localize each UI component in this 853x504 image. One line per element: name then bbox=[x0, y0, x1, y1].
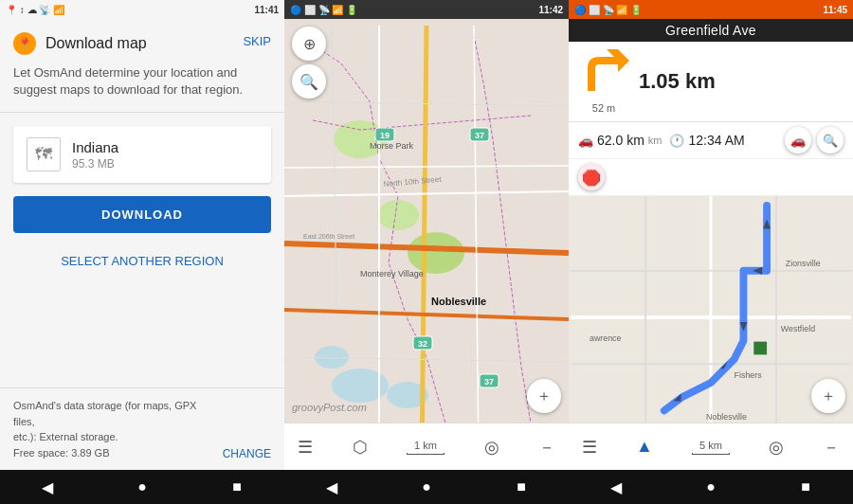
route-map: Zionsville Westfield Fishers Noblesville… bbox=[569, 196, 853, 439]
route-svg: Zionsville Westfield Fishers Noblesville… bbox=[569, 196, 853, 439]
panel-navigation: Greenfield Ave 52 m 1.05 km 🚗 62.0 km km… bbox=[569, 19, 853, 470]
back-button-2[interactable]: ◀ bbox=[313, 478, 351, 496]
svg-text:Morse Park: Morse Park bbox=[370, 141, 414, 151]
map-bottom-bar: ☰ ⬡ 1 km ◎ － bbox=[284, 423, 569, 470]
svg-text:32: 32 bbox=[418, 339, 427, 349]
recent-button[interactable]: ■ bbox=[218, 478, 256, 495]
scale-indicator: 1 km bbox=[407, 440, 445, 455]
zoom-in-button[interactable]: ＋ bbox=[527, 379, 561, 413]
nav-gps-icon[interactable]: ◎ bbox=[769, 437, 784, 458]
svg-point-5 bbox=[377, 200, 419, 230]
android-nav-right: ◀ ● ■ bbox=[569, 470, 853, 504]
location-pin-icon: 📍 bbox=[17, 37, 32, 51]
watermark: groovyPost.com bbox=[292, 402, 367, 413]
svg-point-2 bbox=[315, 346, 349, 369]
change-button[interactable]: CHANGE bbox=[223, 447, 271, 460]
compass-button[interactable]: ⊕ bbox=[292, 27, 326, 61]
back-button[interactable]: ◀ bbox=[28, 478, 66, 496]
panel-map: 19 37 32 37 Morse Park Monterey Village … bbox=[284, 19, 569, 470]
nav-stop-button[interactable]: 🛑 bbox=[578, 164, 605, 190]
map-overlay-buttons: ⊕ 🔍 bbox=[292, 27, 326, 99]
svg-point-6 bbox=[408, 232, 464, 274]
svg-text:awrence: awrence bbox=[590, 333, 622, 343]
nav-action-icons: 🚗 🔍 bbox=[785, 127, 844, 153]
svg-text:37: 37 bbox=[475, 131, 484, 140]
home-button-2[interactable]: ● bbox=[408, 478, 445, 495]
status-right-time: 11:45 bbox=[823, 5, 847, 15]
nav-zoom-in-button[interactable]: ＋ bbox=[811, 379, 845, 413]
nav-menu-icon[interactable]: ☰ bbox=[582, 437, 597, 458]
zoom-out-button[interactable]: － bbox=[538, 436, 555, 459]
eta-value: 12:34 AM bbox=[688, 133, 744, 148]
main-panels: 📍 Download map SKIP Let OsmAnd determine… bbox=[0, 19, 853, 470]
download-description: Let OsmAnd determine your location and s… bbox=[0, 55, 284, 112]
scale-line bbox=[407, 453, 445, 455]
road-distance-stat: 🚗 62.0 km km bbox=[578, 133, 662, 148]
nav-extra-bar: 🛑 bbox=[569, 159, 853, 196]
map-file-icon: 🗺 bbox=[27, 137, 61, 171]
panel-download: 📍 Download map SKIP Let OsmAnd determine… bbox=[0, 19, 284, 470]
download-title-row: 📍 Download map bbox=[13, 32, 147, 55]
nav-info-bar: 🚗 62.0 km km 🕐 12:34 AM 🚗 🔍 bbox=[569, 122, 853, 159]
nav-street-name: Greenfield Ave bbox=[569, 19, 853, 42]
home-button-3[interactable]: ● bbox=[692, 478, 730, 495]
menu-icon[interactable]: ☰ bbox=[298, 437, 313, 458]
nav-scale-indicator: 5 km bbox=[692, 440, 730, 455]
road-dist-value: 62.0 km bbox=[597, 133, 644, 148]
divider-top bbox=[0, 112, 284, 113]
map-right-buttons: ＋ bbox=[527, 379, 561, 413]
download-footer: OsmAnd's data storage (for maps, GPX fil… bbox=[0, 387, 284, 470]
nav-search-btn[interactable]: 🔍 bbox=[817, 127, 844, 153]
home-button[interactable]: ● bbox=[123, 478, 161, 495]
turn-arrow-icon bbox=[578, 49, 629, 100]
svg-text:Westfield: Westfield bbox=[781, 324, 815, 333]
svg-text:Zionsville: Zionsville bbox=[786, 259, 821, 268]
status-left: 📍 ↕ ☁ 📡 📶 11:41 bbox=[0, 0, 284, 19]
status-left-time: 11:41 bbox=[254, 5, 279, 15]
nav-direction-panel: 52 m 1.05 km bbox=[569, 42, 853, 122]
android-nav-left: ◀ ● ■ bbox=[0, 470, 284, 504]
map-info: Indiana 95.3 MB bbox=[72, 139, 118, 171]
clock-icon: 🕐 bbox=[669, 134, 684, 148]
status-right-icons: 🔵 ⬜ 📡 📶 🔋 bbox=[574, 5, 642, 15]
nav-bottom-bar: ☰ ▲ 5 km ◎ － bbox=[569, 423, 853, 470]
status-bar: 📍 ↕ ☁ 📡 📶 11:41 🔵 ⬜ 📡 📶 🔋 11:42 🔵 ⬜ 📡 📶 … bbox=[0, 0, 853, 19]
status-middle: 🔵 ⬜ 📡 📶 🔋 11:42 bbox=[284, 0, 569, 19]
status-middle-icons: 🔵 ⬜ 📡 📶 🔋 bbox=[290, 5, 357, 15]
status-right: 🔵 ⬜ 📡 📶 🔋 11:45 bbox=[569, 0, 853, 19]
svg-text:37: 37 bbox=[484, 377, 494, 387]
svg-text:Noblesville: Noblesville bbox=[431, 296, 486, 307]
map-size: 95.3 MB bbox=[72, 157, 118, 171]
android-nav-bar: ◀ ● ■ ◀ ● ■ ◀ ● ■ bbox=[0, 470, 853, 504]
svg-text:East 206th Street: East 206th Street bbox=[303, 233, 354, 240]
svg-rect-42 bbox=[753, 342, 767, 355]
svg-text:Noblesville: Noblesville bbox=[706, 412, 747, 422]
nav-distance-block: 1.05 km bbox=[639, 69, 716, 94]
storage-text: OsmAnd's data storage (for maps, GPX fil… bbox=[13, 398, 213, 460]
android-nav-middle: ◀ ● ■ bbox=[284, 470, 569, 504]
nav-location-icon[interactable]: ▲ bbox=[636, 437, 653, 457]
recent-button-3[interactable]: ■ bbox=[787, 478, 825, 495]
car-icon: 🚗 bbox=[578, 134, 593, 148]
layers-icon[interactable]: ⬡ bbox=[353, 437, 368, 458]
nav-zoom-out-button[interactable]: － bbox=[823, 436, 840, 459]
download-header: 📍 Download map SKIP bbox=[0, 19, 284, 55]
gps-icon[interactable]: ◎ bbox=[484, 437, 499, 458]
search-button[interactable]: 🔍 bbox=[292, 64, 326, 99]
nav-right-buttons: ＋ bbox=[811, 379, 845, 413]
nav-car-mode[interactable]: 🚗 bbox=[785, 127, 811, 153]
select-region-button[interactable]: SELECT ANOTHER REGION bbox=[0, 246, 284, 281]
status-left-icons: 📍 ↕ ☁ 📡 📶 bbox=[6, 5, 64, 15]
location-circle: 📍 bbox=[13, 32, 36, 55]
back-button-3[interactable]: ◀ bbox=[597, 478, 635, 496]
download-button[interactable]: DOWNLOAD bbox=[13, 196, 271, 233]
recent-button-2[interactable]: ■ bbox=[502, 478, 540, 495]
eta-stat: 🕐 12:34 AM bbox=[669, 133, 744, 148]
svg-text:Fishers: Fishers bbox=[735, 370, 763, 380]
skip-button[interactable]: SKIP bbox=[243, 32, 271, 48]
svg-text:Monterey Village: Monterey Village bbox=[360, 269, 424, 279]
status-middle-time: 11:42 bbox=[538, 5, 563, 15]
map-name: Indiana bbox=[72, 139, 118, 155]
distance-m: 52 m bbox=[592, 102, 615, 114]
nav-scale-line bbox=[692, 453, 730, 455]
